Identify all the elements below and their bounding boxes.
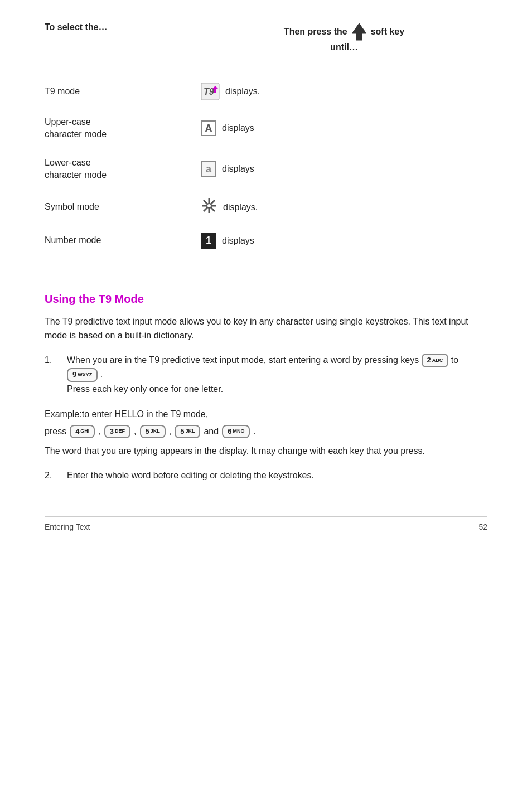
t9-list: 1. When you are in the T9 predictive tex…: [45, 353, 487, 396]
table-row: T9 mode T9 displays.: [45, 75, 487, 108]
list-content-1: When you are in the T9 predictive text i…: [67, 353, 487, 396]
col-right-heading: Then press the soft key until…: [201, 22, 487, 52]
t9-displays-text: displays.: [225, 86, 260, 96]
period-1: .: [253, 424, 255, 440]
key-9wxyz-label: 9: [72, 370, 76, 380]
uppercase-mode-icon: A: [201, 120, 216, 136]
list-item: 1. When you are in the T9 predictive tex…: [45, 353, 487, 396]
key-3def: 3DEF: [104, 425, 130, 439]
svg-marker-0: [352, 23, 366, 40]
list-item-2-text: Enter the whole word before editing or d…: [67, 471, 314, 480]
example-follow-text: The word that you are typing appears in …: [45, 444, 487, 458]
uppercase-displays-text: displays: [222, 123, 254, 133]
symbol-mode-icon: [201, 197, 217, 217]
symbol-displays-text: displays.: [223, 202, 258, 212]
col-left-heading: To select the…: [45, 22, 201, 32]
and-text: and: [204, 424, 219, 440]
up-arrow-icon: [351, 22, 367, 41]
input-modes-table: To select the… Then press the soft key u…: [45, 22, 487, 256]
lowercase-mode-icon: a: [201, 161, 216, 177]
soft-key-label: soft key: [371, 27, 404, 37]
row-label-number: Number mode: [45, 234, 201, 246]
svg-text:T9: T9: [204, 87, 214, 96]
key-4ghi: 4GHI: [70, 425, 95, 439]
col-right-heading-top: Then press the soft key: [284, 22, 404, 41]
row-content-symbol: displays.: [201, 197, 487, 217]
row-label-symbol: Symbol mode: [45, 201, 201, 213]
t9-section-title: Using the T9 Mode: [45, 293, 487, 306]
row-label-lowercase: Lower-case character mode: [45, 157, 201, 182]
key-5jkl-1: 5JKL: [140, 425, 166, 439]
footer-left: Entering Text: [45, 522, 90, 531]
key-9wxyz-sub: WXYZ: [78, 372, 92, 379]
list-num-1: 1.: [45, 353, 58, 396]
row-content-uppercase: A displays: [201, 120, 487, 136]
t9-mode-section: Using the T9 Mode The T9 predictive text…: [45, 293, 487, 483]
table-row: Number mode 1 displays: [45, 225, 487, 256]
list-num-2: 2.: [45, 468, 58, 483]
until-label: until…: [330, 42, 358, 52]
key-9wxyz: 9WXYZ: [67, 368, 98, 382]
table-row: Lower-case character mode a displays: [45, 149, 487, 190]
list-content-2: Enter the whole word before editing or d…: [67, 468, 487, 483]
footer-right: 52: [478, 522, 487, 531]
footer: Entering Text 52: [45, 516, 487, 531]
t9-list-2: 2. Enter the whole word before editing o…: [45, 468, 487, 483]
then-press-label: Then press the: [284, 27, 347, 37]
list-item: 2. Enter the whole word before editing o…: [45, 468, 487, 483]
row-content-number: 1 displays: [201, 233, 487, 249]
key-2abc-sub: ABC: [432, 357, 443, 364]
example-prefix: press: [45, 424, 66, 440]
t9-mode-icon: T9: [201, 83, 220, 100]
row-content-lowercase: a displays: [201, 161, 487, 177]
comma-3: ,: [169, 424, 171, 440]
number-mode-icon: 1: [201, 233, 216, 249]
list-item-1-text-after: Press each key only once for one letter.: [67, 384, 223, 394]
example-label: Example:to enter HELLO in the T9 mode,: [45, 406, 487, 423]
example-keys-row: press 4GHI, 3DEF, 5JKL, 5JKL and 6MNO.: [45, 424, 487, 440]
t9-body-text: The T9 predictive text input mode allows…: [45, 314, 487, 343]
lowercase-displays-text: displays: [222, 164, 254, 174]
table-row: Upper-case character mode A displays: [45, 108, 487, 149]
key-5jkl-2: 5JKL: [175, 425, 200, 439]
key-2abc-label: 2: [427, 356, 431, 365]
table-row: Symbol mode displays.: [45, 190, 487, 225]
row-label-uppercase: Upper-case character mode: [45, 116, 201, 141]
key-2abc: 2ABC: [422, 354, 449, 367]
list-item-1-text-before: When you are in the T9 predictive text i…: [67, 355, 419, 365]
list-item-1-text-mid: to: [451, 355, 458, 365]
comma-2: ,: [134, 424, 136, 440]
table-header: To select the… Then press the soft key u…: [45, 22, 487, 58]
example-block: Example:to enter HELLO in the T9 mode, p…: [45, 406, 487, 458]
comma-1: ,: [98, 424, 100, 440]
number-displays-text: displays: [222, 236, 254, 246]
svg-point-8: [207, 204, 211, 208]
key-6mno: 6MNO: [222, 425, 250, 439]
section-divider: [45, 279, 487, 279]
row-content-t9: T9 displays.: [201, 83, 487, 100]
row-label-t9: T9 mode: [45, 85, 201, 98]
